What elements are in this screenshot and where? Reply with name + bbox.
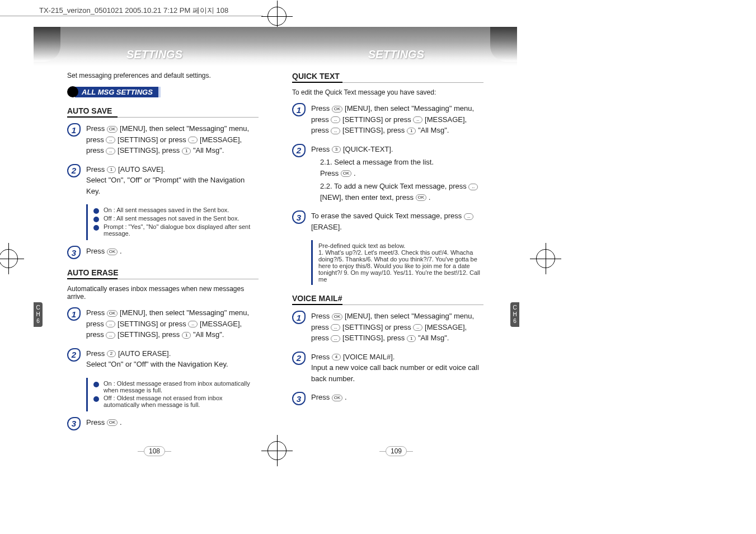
bullet-icon (93, 396, 99, 402)
step-body: Press 4 [VOICE MAIL#].Input a new voice … (311, 352, 483, 387)
sub-step: 2.2. To add a new Quick Text message, pr… (320, 181, 483, 203)
sub-step: 2.1. Select a message from the list.Pres… (320, 157, 483, 179)
note-text: Off : All sent messages not saved in the… (104, 215, 240, 222)
softkey-icon: ‥ (106, 148, 115, 154)
softkey-icon: ‥ (188, 137, 198, 143)
registration-mark-icon (267, 7, 287, 26)
ok-key-icon: OK (332, 395, 343, 401)
section-intro: To edit the Quick Text message you have … (292, 88, 483, 96)
note-box: On : All sent messages saved in the Sent… (86, 204, 259, 240)
registration-mark-icon (0, 249, 18, 268)
num-key-icon: 1 (407, 128, 416, 134)
num-key-icon: 1 (407, 335, 416, 342)
step-number-badge: 1 (67, 307, 81, 321)
section-rule (292, 82, 483, 83)
ok-key-icon: OK (341, 170, 352, 177)
step-body: Press OK [MENU], then select "Messaging"… (311, 311, 483, 346)
num-key-icon: 2 (107, 350, 116, 357)
note-text: Prompt : "Yes", "No" dialogue box displa… (104, 223, 259, 237)
section-intro: Automatically erases inbox messages when… (67, 285, 259, 301)
section-pill: ALL MSG SETTINGS (75, 87, 161, 97)
step-number-badge: 2 (292, 144, 306, 157)
softkey-icon: ‥ (331, 116, 340, 123)
bullet-icon (93, 217, 99, 222)
step-number-badge: 2 (67, 164, 81, 177)
registration-mark-icon (536, 249, 555, 268)
section-heading: AUTO ERASE (67, 268, 259, 277)
num-key-icon: 4 (332, 354, 341, 360)
step-body: Press OK [MENU], then select "Messaging"… (86, 307, 259, 343)
note-box: On : Oldest message erased from inbox au… (86, 378, 259, 411)
page-left: SETTINGS Set messaging preferences and d… (34, 27, 275, 453)
bullet-icon (93, 225, 99, 231)
instruction-step: 2Press 2 [AUTO ERASE].Select "On" or "Of… (67, 348, 259, 372)
section-rule (67, 278, 259, 279)
banner-title: SETTINGS (126, 48, 182, 61)
num-key-icon: 1 (107, 166, 116, 173)
bullet-icon (93, 382, 99, 387)
softkey-icon: ‥ (106, 321, 115, 327)
step-number-badge: 3 (67, 417, 81, 430)
page-banner: SETTINGS (34, 27, 275, 66)
page-intro: Set messaging preferences and default se… (67, 72, 259, 79)
instruction-step: 2Press 4 [VOICE MAIL#].Input a new voice… (292, 352, 483, 387)
instruction-step: 3Press OK . (67, 417, 259, 430)
softkey-icon: ‥ (188, 321, 198, 327)
section-rule (292, 304, 483, 305)
section-heading: VOICE MAIL# (292, 294, 483, 303)
step-body: Press 3 [QUICK-TEXT].2.1. Select a messa… (311, 144, 483, 205)
step-body: Press OK . (311, 392, 483, 405)
softkey-icon: ‥ (464, 213, 473, 220)
page-number: 109 (386, 446, 407, 456)
step-body: Press OK . (86, 246, 259, 259)
page-number: 108 (144, 446, 165, 456)
step-number-badge: 3 (292, 392, 306, 405)
header-rule (0, 16, 263, 16)
instruction-step: 3Press OK . (67, 246, 259, 259)
instruction-step: 3Press OK . (292, 392, 483, 405)
ok-key-icon: OK (107, 126, 118, 133)
step-body: Press 2 [AUTO ERASE].Select "On" or "Off… (86, 348, 259, 372)
page-right: SETTINGS QUICK TEXTTo edit the Quick Tex… (275, 27, 517, 453)
num-key-icon: 1 (182, 148, 191, 154)
num-key-icon: 3 (332, 146, 341, 153)
instruction-step: 1Press OK [MENU], then select "Messaging… (67, 123, 259, 158)
step-number-badge: 1 (67, 123, 81, 137)
softkey-icon: ‥ (331, 324, 340, 331)
banner-title: SETTINGS (368, 48, 424, 61)
ok-key-icon: OK (416, 194, 427, 201)
ok-key-icon: OK (107, 419, 118, 426)
step-body: Press 1 [AUTO SAVE].Select "On", "Off" o… (86, 164, 259, 199)
step-body: Press OK [MENU], then select "Messaging"… (311, 103, 483, 138)
step-number-badge: 1 (292, 103, 306, 116)
instruction-step: 1Press OK [MENU], then select "Messaging… (292, 311, 483, 346)
note-text: On : Oldest message erased from inbox au… (104, 380, 259, 394)
step-number-badge: 2 (292, 352, 306, 365)
ok-key-icon: OK (332, 313, 343, 320)
softkey-icon: ‥ (468, 184, 478, 190)
softkey-icon: ‥ (413, 324, 422, 331)
ok-key-icon: OK (107, 310, 118, 317)
softkey-icon: ‥ (106, 137, 115, 143)
step-body: Press OK . (86, 417, 259, 430)
step-body: To erase the saved Quick Text message, p… (311, 210, 483, 235)
softkey-icon: ‥ (331, 128, 340, 134)
section-heading: AUTO SAVE (67, 106, 259, 115)
note-text: Off : Oldest message not erased from inb… (104, 395, 259, 408)
bullet-icon (93, 208, 99, 214)
step-number-badge: 3 (292, 210, 306, 224)
pill-dot-icon (67, 86, 78, 97)
page-banner: SETTINGS (275, 27, 517, 66)
note-box: Pre-defined quick text as below. 1. What… (311, 240, 483, 285)
softkey-icon: ‥ (413, 116, 422, 123)
instruction-step: 1Press OK [MENU], then select "Messaging… (292, 103, 483, 138)
instruction-step: 3To erase the saved Quick Text message, … (292, 210, 483, 235)
step-number-badge: 2 (67, 348, 81, 362)
section-rule (67, 116, 259, 118)
print-header: TX-215_verizon_0501021 2005.10.21 7:12 P… (39, 6, 228, 16)
softkey-icon: ‥ (106, 332, 115, 339)
ok-key-icon: OK (107, 249, 118, 255)
note-text: On : All sent messages saved in the Sent… (104, 207, 229, 213)
ok-key-icon: OK (332, 106, 343, 113)
instruction-step: 1Press OK [MENU], then select "Messaging… (67, 307, 259, 343)
